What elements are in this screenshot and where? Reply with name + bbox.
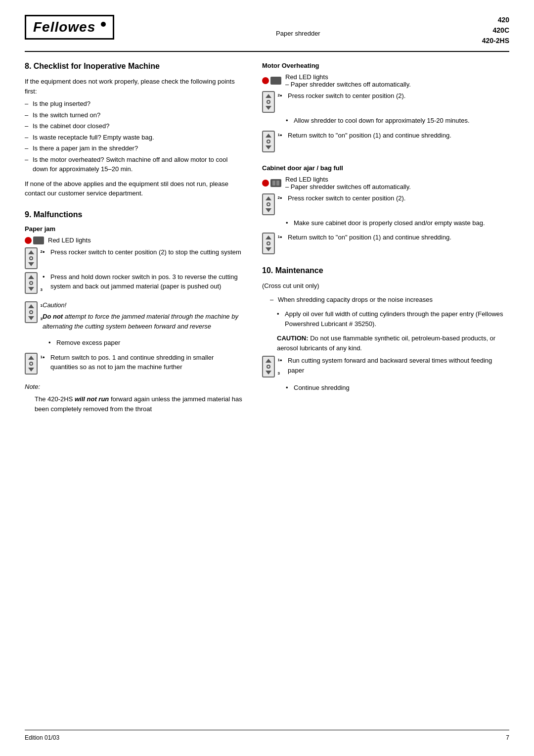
- tri-down: [266, 106, 271, 110]
- cabinet-icon-bar2: [276, 181, 279, 186]
- check-item: Is the plug inserted?: [25, 99, 242, 109]
- caution-label: Caution!: [43, 300, 242, 310]
- switch-maint-1: 1 3: [262, 356, 275, 378]
- switch-center-dot: [29, 362, 33, 366]
- switch-num-1-top: 1: [41, 303, 43, 308]
- model2: 420C: [482, 25, 509, 36]
- footer-page: 7: [506, 734, 509, 741]
- section-8-title: 8. Checklist for Inoperative Machine: [25, 62, 242, 71]
- cabinet-step3-block: 1 Return switch to "on" position (1) and…: [262, 233, 509, 254]
- logo-text: Fellowes: [33, 19, 95, 35]
- section-10-subtitle: (Cross cut unit only): [262, 281, 509, 291]
- tri-down: [266, 371, 271, 375]
- logo-area: Fellowes: [25, 15, 114, 40]
- header-center-text: Paper shredder: [276, 15, 320, 37]
- tri-down: [266, 247, 271, 251]
- led-text-motor: Red LED lights: [285, 73, 411, 81]
- switch-motor-3: 1: [262, 131, 275, 152]
- main-content: 8. Checklist for Inoperative Machine If …: [25, 62, 509, 425]
- maintenance-sub: Apply oil over full width of cutting cyl…: [262, 309, 509, 353]
- check-item: Is waste receptacle full? Empty waste ba…: [25, 133, 242, 142]
- motor-step2-suffix: approximately 15-20 minutes.: [385, 117, 470, 124]
- section-10-title: 10. Maintenance: [262, 266, 509, 275]
- led-text-motor-block: Red LED lights – Paper shredder switches…: [285, 73, 411, 88]
- maintenance-list: When shredding capacity drops or the noi…: [262, 295, 509, 305]
- motor-step3-block: 1 Return switch to "on" position (1) and…: [262, 131, 509, 152]
- led-icons-cabinet: [262, 179, 281, 187]
- check-item: Is the switch turned on?: [25, 110, 242, 120]
- maintenance-caution-p: CAUTION: Do not use flammable synthetic …: [277, 333, 509, 353]
- led-icons-motor: [262, 77, 281, 85]
- switch-icon-caution: 1 3: [25, 301, 38, 323]
- tri-down: [28, 316, 34, 320]
- switch-center-dot: [267, 365, 270, 369]
- led-text-jam: Red LED lights: [48, 236, 91, 244]
- caution-block: 1 3 Caution! Do not attempt to force the…: [25, 300, 242, 334]
- motor-step2-item: Allow shredder to cool down for approxim…: [286, 116, 509, 126]
- jam-step4-text: Return switch to pos. 1 and continue shr…: [43, 353, 242, 377]
- section-9: 9. Malfunctions Paper jam Red LED lights: [25, 210, 242, 414]
- jam-step3-area: Remove excess paper: [48, 338, 242, 348]
- tri-up: [28, 250, 34, 254]
- tri-up: [266, 196, 271, 200]
- cabinet-step3-item: Return switch to "on" position (1) and c…: [280, 233, 451, 242]
- maintenance-step1-item: Run cutting system forward and backward …: [280, 356, 509, 375]
- led-red-circle: [25, 237, 32, 244]
- tri-down: [28, 368, 34, 372]
- motor-step1-block: 2 Press rocker switch to center position…: [262, 91, 509, 113]
- note-text1: The 420-2HS: [35, 395, 75, 403]
- switch-motor-1: 2: [262, 91, 275, 113]
- caution-body: Do not attempt to force the jammed mater…: [43, 312, 242, 331]
- tri-up: [28, 275, 34, 279]
- note-label: Note:: [25, 382, 242, 392]
- section-8-outro: If none of the above applies and the equ…: [25, 179, 242, 198]
- motor-overheating-heading: Motor Overheating: [262, 62, 509, 69]
- cabinet-step1-block: 2 Press rocker switch to center position…: [262, 193, 509, 215]
- jam-step4-block: 1 Return switch to pos. 1 and continue s…: [25, 353, 242, 377]
- motor-step1-item: Press rocker switch to center position (…: [280, 91, 405, 101]
- led-red-motor: [262, 77, 269, 84]
- cabinet-door-heading: Cabinet door ajar / bag full: [262, 164, 509, 172]
- switch-center-dot: [29, 256, 33, 260]
- section-10: 10. Maintenance (Cross cut unit only) Wh…: [262, 266, 509, 393]
- motor-step3-text: Return switch to "on" position (1) and c…: [280, 131, 451, 145]
- page-header: Fellowes Paper shredder 420 420C 420-2HS: [25, 15, 509, 52]
- header-models: 420 420C 420-2HS: [482, 15, 509, 46]
- check-item: Is the motor overheated? Switch machine …: [25, 155, 242, 174]
- tri-up: [266, 134, 271, 138]
- tri-down: [28, 262, 34, 266]
- paper-jam-heading: Paper jam: [25, 225, 242, 233]
- switch-center-dot: [267, 140, 270, 143]
- check-item: Is the cabinet door closed?: [25, 121, 242, 131]
- switch-center-dot: [267, 100, 270, 104]
- jam-step1-item: Press rocker switch to center position (…: [43, 247, 241, 257]
- tri-up: [28, 304, 34, 308]
- switch-center-dot: [29, 310, 33, 314]
- logo: Fellowes: [25, 15, 114, 40]
- caution-donot: Do not: [43, 313, 63, 320]
- jam-step2-item: Press and hold down rocker switch in pos…: [43, 272, 242, 291]
- cabinet-step3-text: Return switch to "on" position (1) and c…: [280, 233, 451, 247]
- caution-text-block: Caution! Do not attempt to force the jam…: [43, 300, 242, 334]
- tri-up: [266, 94, 271, 98]
- jam-step1-block: 2 Press rocker switch to center position…: [25, 247, 242, 269]
- footer-edition: Edition 01/03: [25, 734, 59, 741]
- tri-up: [266, 236, 271, 239]
- maintenance-step2-area: Continue shredding: [286, 383, 509, 393]
- switch-num-3-bot: 3: [41, 317, 43, 321]
- maintenance-step2-item: Continue shredding: [286, 383, 509, 393]
- motor-step1-text: Press rocker switch to center position (…: [280, 91, 405, 106]
- jam-step3-item: Remove excess paper: [48, 338, 242, 348]
- note-text2: will not run: [75, 395, 109, 403]
- motor-overheating-section: Motor Overheating Red LED lights – Paper…: [262, 62, 509, 152]
- jam-step1-text: Press rocker switch to center position (…: [43, 247, 241, 262]
- switch-center-dot: [29, 281, 33, 285]
- model3: 420-2HS: [482, 36, 509, 46]
- led-square-cabinet: [270, 179, 281, 187]
- product-type: Paper shredder: [276, 30, 320, 37]
- page: Fellowes Paper shredder 420 420C 420-2HS…: [0, 0, 534, 756]
- led-row-jam: Red LED lights: [25, 236, 242, 244]
- tri-down: [266, 208, 271, 212]
- maintenance-caution-text: Do not use flammable synthetic oil, petr…: [277, 334, 495, 352]
- switch-icon-3: 3: [25, 272, 38, 294]
